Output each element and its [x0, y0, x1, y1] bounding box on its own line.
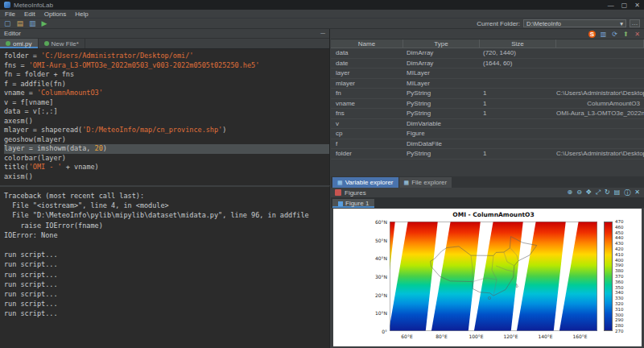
save-figure-icon[interactable]: ▤: [614, 188, 621, 197]
ozone-map: [390, 222, 597, 331]
pan-icon[interactable]: ✥: [586, 188, 592, 197]
menu-edit[interactable]: Edit: [24, 10, 35, 18]
code-line-1[interactable]: folder = 'C:/Users/Administrator/Desktop…: [4, 52, 329, 61]
column-type[interactable]: Type: [403, 39, 480, 48]
zoom-out-icon[interactable]: ⊖: [576, 188, 582, 197]
save-file-icon[interactable]: ▥: [29, 20, 36, 27]
colorbar-tick-label: 390: [615, 263, 624, 267]
variable-table-body: dataDimArray(720, 1440)dateDimArray(1644…: [331, 48, 644, 160]
run-script-icon[interactable]: ▶: [42, 20, 47, 27]
variable-row-date[interactable]: dateDimArray(1644, 60): [331, 59, 644, 69]
s-logo-icon[interactable]: S: [588, 31, 596, 38]
x-tick-label: 100°E: [466, 334, 487, 339]
import-variable-icon[interactable]: ⬆: [622, 31, 630, 38]
code-editor[interactable]: folder = 'C:/Users/Administrator/Desktop…: [0, 49, 329, 181]
column-name[interactable]: Name: [331, 39, 403, 48]
variable-row-mlayer[interactable]: mlayerMILayer: [331, 79, 644, 89]
full-extent-icon[interactable]: ⤢: [596, 188, 601, 197]
colorbar-tick-label: 420: [615, 246, 624, 251]
code-line-2[interactable]: fns = 'OMI-Aura_L3-OMTO3e_2022m0503_v003…: [4, 61, 329, 71]
delete-variable-icon[interactable]: ✕: [634, 31, 641, 38]
menu-file[interactable]: File: [5, 10, 15, 18]
console-line: run script...: [4, 250, 329, 259]
variable-row-v[interactable]: vDimVariable: [331, 119, 644, 130]
figure-canvas[interactable]: OMI - ColumnAmountO3: [333, 209, 642, 346]
code-line-14[interactable]: axism(): [4, 172, 329, 182]
current-folder-label: Current Folder:: [477, 20, 520, 27]
console-line: run script...: [4, 270, 329, 280]
console-line: run script...: [4, 280, 329, 289]
current-folder-combo[interactable]: D:\MeteoInfo ▾: [523, 19, 626, 27]
table-icon: ▦: [337, 180, 343, 186]
y-tick-label: 20°N: [361, 292, 387, 298]
code-line-5[interactable]: vname = 'ColumnAmountO3': [4, 89, 329, 98]
console-panel[interactable]: Traceback (most recent call last): File …: [0, 185, 330, 348]
variable-row-f[interactable]: fDimDataFile: [331, 139, 644, 150]
python-file-icon: [44, 41, 49, 46]
editor-tab-1[interactable]: omi.py: [0, 39, 39, 48]
console-line: [4, 240, 329, 250]
code-line-4[interactable]: f = addfile(fn): [4, 80, 329, 89]
console-line: raise IOError(fname): [4, 221, 329, 230]
variable-row-data[interactable]: dataDimArray(720, 1440): [331, 48, 644, 59]
table-icon: ▦: [404, 180, 410, 186]
colorbar-tick-label: 470: [615, 219, 624, 224]
editor-tab-2[interactable]: New File*: [39, 39, 85, 48]
colorbar-tick-label: 280: [615, 323, 624, 328]
code-line-10[interactable]: geoshow(mlayer): [4, 135, 329, 145]
console-line: run script...: [4, 309, 329, 318]
column-value[interactable]: [556, 39, 644, 48]
minimize-panel-icon[interactable]: ─: [320, 30, 325, 37]
variable-row-vname[interactable]: vnamePyString1ColumnAmountO3: [331, 99, 644, 110]
minimize-button[interactable]: —: [608, 2, 614, 9]
zoom-in-icon[interactable]: ⊕: [568, 188, 573, 197]
close-button[interactable]: ✕: [634, 2, 640, 9]
rotate-icon[interactable]: ↻: [605, 188, 610, 197]
colorbar: [604, 222, 613, 331]
refresh-variables-icon[interactable]: ⟳: [611, 31, 618, 38]
code-line-8[interactable]: axesm(): [4, 117, 329, 126]
colorbar-tick-label: 400: [615, 258, 624, 263]
tab-variable-explorer[interactable]: ▦Variable explorer: [332, 177, 398, 188]
console-line: File "D:\MeteoInfo\pylib\mipylib\dataset…: [4, 210, 329, 220]
y-tick-label: 50°N: [361, 238, 387, 243]
editor-tab-bar: omi.pyNew File*: [0, 39, 329, 49]
console-line: IOError: None: [4, 230, 329, 240]
new-file-icon[interactable]: ▢: [4, 20, 11, 27]
browse-folder-button[interactable]: …: [630, 19, 640, 27]
x-tick-label: 60°E: [397, 334, 418, 339]
figures-icon: [335, 189, 341, 196]
code-line-6[interactable]: v = f[vname]: [4, 98, 329, 108]
chevron-down-icon: ▾: [620, 20, 623, 27]
menu-help[interactable]: Help: [75, 10, 88, 18]
identify-icon[interactable]: ⓘ: [624, 188, 630, 197]
y-tick-label: 30°N: [361, 274, 387, 280]
variable-row-fns[interactable]: fnsPyString1OMI-Aura_L3-OMTO3e_2022m05..…: [331, 109, 644, 119]
colorbar-tick-label: 340: [615, 290, 624, 295]
variable-row-cp[interactable]: cpFigure: [331, 129, 644, 139]
variable-table-header[interactable]: Name Type Size: [331, 39, 644, 48]
close-figure-icon[interactable]: ✕: [634, 188, 640, 197]
tab-file-explorer[interactable]: ▦File explorer: [399, 177, 452, 188]
menu-options[interactable]: Options: [44, 10, 67, 18]
editor-panel-header: Editor ─: [0, 29, 329, 39]
column-size[interactable]: Size: [480, 39, 556, 48]
code-line-12[interactable]: colorbar(layer): [4, 154, 329, 164]
variable-row-folder[interactable]: folderPyString1C:\Users\Administrator\De…: [331, 149, 644, 160]
colorbar-tick-label: 300: [615, 313, 624, 317]
maximize-button[interactable]: ▢: [621, 2, 628, 9]
x-tick-label: 140°E: [535, 334, 556, 339]
figure-tab[interactable]: Figure 1: [332, 199, 374, 208]
open-file-icon[interactable]: ▤: [17, 20, 24, 27]
code-line-11[interactable]: layer = imshowm(data, 20): [4, 144, 329, 154]
save-variables-icon[interactable]: ▥: [600, 31, 607, 38]
variable-row-fn[interactable]: fnPyString1C:\Users\Administrator\Deskto…: [331, 89, 644, 99]
variable-row-layer[interactable]: layerMILayer: [331, 68, 644, 79]
window-title: MeteoInfoLab: [14, 2, 53, 9]
code-line-7[interactable]: data = v[:,:]: [4, 107, 329, 117]
explorer-tab-bar: ▦Variable explorer▦File explorer: [331, 176, 644, 188]
code-line-13[interactable]: title('OMI - ' + vname): [4, 163, 329, 172]
x-tick-label: 160°E: [570, 334, 591, 339]
code-line-9[interactable]: mlayer = shaperead('D:/MeteoInfo/map/cn_…: [4, 126, 329, 135]
code-line-3[interactable]: fn = folder + fns: [4, 70, 329, 80]
